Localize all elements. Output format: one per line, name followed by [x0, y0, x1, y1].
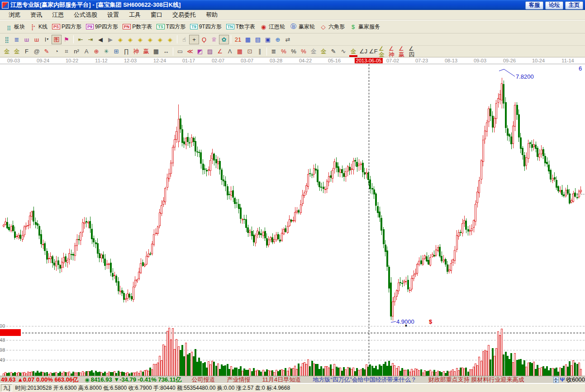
fan-grid-icon[interactable]: ◩	[195, 47, 205, 56]
titlebar-button-0[interactable]: 客服	[525, 1, 543, 9]
angle-j-icon[interactable]: ∠J	[358, 47, 368, 56]
percent-red-icon[interactable]: %	[279, 47, 289, 56]
tool-kline[interactable]: ⡗K线	[28, 22, 51, 32]
tool-gann-wheel[interactable]: ◉江恩轮	[258, 22, 288, 32]
pen-tool-icon[interactable]: ✎	[42, 47, 52, 56]
shen-tool-icon[interactable]: 神	[131, 47, 141, 56]
next-bar-icon[interactable]: ▶	[105, 35, 115, 44]
zoom-lasso-icon[interactable]: Ϙ	[199, 35, 209, 44]
expand-h-icon[interactable]: ◈	[135, 35, 145, 44]
tool-9t-square[interactable]: T99T四方形	[189, 22, 225, 32]
transfer-icon[interactable]: ⇄	[283, 35, 293, 44]
calculator-icon[interactable]: ▦	[243, 35, 253, 44]
square-n-icon[interactable]: n²	[71, 47, 81, 56]
crown-tool-icon[interactable]: ♕	[209, 35, 219, 44]
win-tool-icon[interactable]: 赢	[141, 47, 151, 56]
menu-item-3[interactable]: 公式选股	[69, 10, 102, 20]
pattern-tool-icon[interactable]: ✿	[219, 35, 229, 44]
first-bar-icon[interactable]: ⇤	[76, 35, 86, 44]
menu-item-5[interactable]: 工具	[124, 10, 146, 20]
chart-canvas[interactable]	[0, 64, 585, 376]
tool-board[interactable]: ⣶板块	[4, 22, 28, 32]
news-headline-3[interactable]: 地方版“四万亿”会给中国经济带来什么？	[313, 376, 417, 383]
flag-icon[interactable]: ⚑	[62, 35, 71, 44]
percent-line-icon[interactable]: %	[299, 47, 309, 56]
tool-hexagon[interactable]: ◇六角形	[318, 22, 348, 32]
gold-angle-active-icon[interactable]: 金	[348, 47, 358, 56]
prev-bar-icon[interactable]: ◀	[95, 35, 105, 44]
save-icon[interactable]: ▣	[263, 35, 273, 44]
zigzag-icon[interactable]: Λ	[225, 47, 235, 56]
parallel-lines-icon[interactable]: ∥	[255, 47, 265, 56]
pattern-stamp-icon[interactable]: 图	[52, 35, 62, 44]
star-web-icon[interactable]: ✳	[101, 47, 111, 56]
tool-winner-wheel[interactable]: Ⓑ赢家轮	[288, 22, 318, 32]
ruler-grid-icon[interactable]: ▦	[151, 47, 161, 56]
box-grid-icon[interactable]: ⊡	[245, 47, 255, 56]
notes-icon[interactable]: ▤	[253, 35, 263, 44]
wave-box-icon[interactable]: ∿	[338, 47, 348, 56]
titlebar-button-2[interactable]: 主页	[565, 1, 583, 9]
angle-line-icon[interactable]: ∠	[215, 47, 225, 56]
spiral-tool-icon[interactable]: @	[32, 47, 42, 56]
shift-left-icon[interactable]: ◈	[115, 35, 125, 44]
gold-circle-icon[interactable]: 金	[309, 47, 319, 56]
tool-winner-service[interactable]: $赢家服务	[348, 22, 383, 32]
fan-box-icon[interactable]: ▨	[205, 47, 215, 56]
compress-h-icon[interactable]: ◈	[145, 35, 155, 44]
kline-chart[interactable]: 7.8200 4.9000 $ ▲ 6 000448898449	[0, 64, 585, 376]
tool-9p-square[interactable]: P99P四方形	[85, 22, 121, 32]
web-icon[interactable]: ⊕	[273, 35, 283, 44]
angle-shen-icon[interactable]: ∠神	[388, 47, 398, 56]
crosshair-icon[interactable]: +	[189, 35, 199, 44]
web-grid-icon[interactable]: ⊞	[111, 47, 121, 56]
red-grid-icon[interactable]: ▦	[235, 47, 245, 56]
menu-item-0[interactable]: 浏览	[4, 10, 25, 20]
menu-item-6[interactable]: 窗口	[146, 10, 167, 20]
menu-item-4[interactable]: 设置	[102, 10, 124, 20]
angle-gold-icon[interactable]: ∠金	[378, 47, 388, 56]
hand-icon[interactable]: ☝	[179, 35, 189, 44]
titlebar-button-1[interactable]: 论坛	[545, 1, 563, 9]
tool-t-square[interactable]: TST四方形	[155, 22, 189, 32]
menu-item-7[interactable]: 交易委托	[167, 10, 201, 20]
percent-icon[interactable]: %	[289, 47, 299, 56]
calendar-icon[interactable]: 21	[233, 35, 243, 44]
angle-win-icon[interactable]: ∠赢	[398, 47, 408, 56]
news-headline-2[interactable]: 11月4日早知道	[262, 376, 301, 383]
width-measure-icon[interactable]: ↔	[161, 47, 171, 56]
fan-lines-icon[interactable]: ≪	[185, 47, 195, 56]
gann-gold-box2-icon[interactable]: 金	[12, 47, 22, 56]
fib-tool-icon[interactable]: F	[22, 47, 32, 56]
news-headline-1[interactable]: 产业情报	[227, 376, 250, 383]
gann-gold-box-icon[interactable]: 金	[2, 47, 12, 56]
menu-item-8[interactable]: 帮助	[201, 10, 223, 20]
info-list-icon[interactable]: ≣	[12, 35, 22, 44]
gann-target-icon[interactable]: ⊕	[91, 47, 101, 56]
angle-a-icon[interactable]: A	[81, 47, 91, 56]
range-box-icon[interactable]: ▭	[175, 47, 185, 56]
ticker-spinner[interactable]: ▲▼	[553, 377, 559, 383]
grid-tool-icon[interactable]: ⌗	[62, 47, 71, 56]
reset-zoom-icon[interactable]: ◈	[165, 35, 175, 44]
tool-p-number-table[interactable]: PNP数字表	[121, 22, 156, 32]
tool-t-number-table[interactable]: TNT数字表	[225, 22, 258, 32]
k-structure-icon[interactable]: ∏	[121, 47, 131, 56]
menu-item-2[interactable]: 江恩	[47, 10, 69, 20]
candle-type-icon[interactable]: ǀ▾	[42, 35, 52, 44]
news-headline-0[interactable]: 公司报道	[191, 376, 215, 383]
board-switch-icon[interactable]: ⣿	[2, 35, 12, 44]
shift-right-icon[interactable]: ◈	[125, 35, 135, 44]
bars-9-icon[interactable]: ш	[32, 35, 42, 44]
menu-item-1[interactable]: 资讯	[25, 10, 47, 20]
bars-3-icon[interactable]: ш	[22, 35, 32, 44]
news-headline-4[interactable]: 财政部重点支持 膜材料行业迎来高成	[428, 376, 524, 383]
angle-f-icon[interactable]: ∠F	[368, 47, 378, 56]
gold-lines-icon[interactable]: 金	[319, 47, 328, 56]
tool-p-square[interactable]: PSP四方形	[51, 22, 85, 32]
last-bar-icon[interactable]: ⇥	[86, 35, 95, 44]
pen2-icon[interactable]: ✎	[328, 47, 338, 56]
expand-v-icon[interactable]: ◈	[155, 35, 165, 44]
angle-four-icon[interactable]: ∠四	[408, 47, 418, 56]
stats-list-icon[interactable]: ≣	[269, 47, 279, 56]
